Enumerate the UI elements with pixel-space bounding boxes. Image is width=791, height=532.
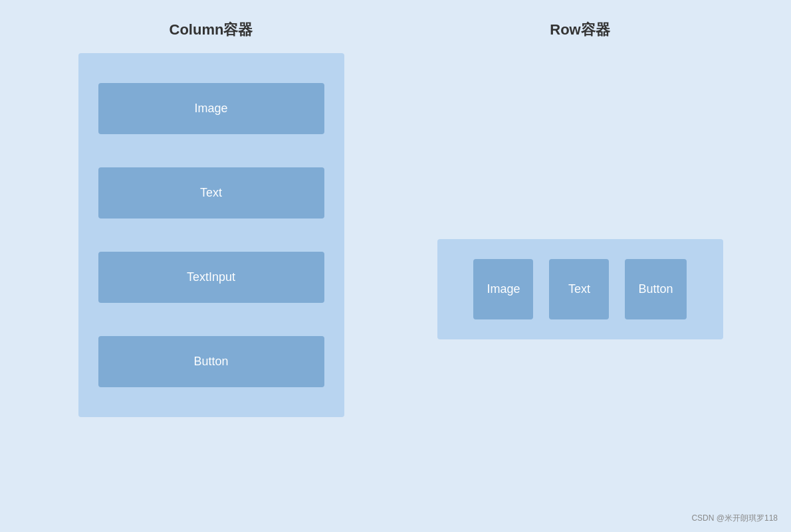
column-container: Image Text TextInput Button (78, 53, 344, 417)
row-container: Image Text Button (437, 239, 723, 339)
column-section-title: Column容器 (170, 20, 253, 40)
row-item-button: Button (625, 259, 686, 319)
column-item-image: Image (98, 83, 324, 134)
row-item-image: Image (473, 259, 533, 319)
column-item-textinput: TextInput (98, 252, 324, 303)
row-section-title: Row容器 (550, 20, 610, 40)
column-section: Column容器 Image Text TextInput Button (27, 20, 396, 512)
main-container: Column容器 Image Text TextInput Button Row… (0, 0, 791, 532)
column-item-text: Text (98, 167, 324, 219)
row-item-text: Text (549, 259, 609, 319)
watermark: CSDN @米开朗琪罗118 (691, 513, 778, 524)
column-item-button: Button (98, 336, 324, 387)
row-section: Row容器 Image Text Button (396, 20, 764, 512)
